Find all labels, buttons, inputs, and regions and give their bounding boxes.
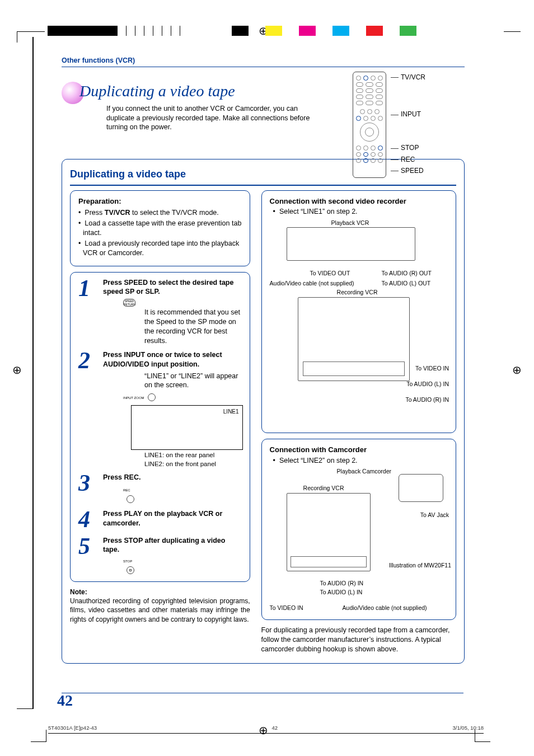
step-number: 1 bbox=[78, 278, 97, 346]
column-left: Preparation: Press TV/VCR to select the … bbox=[70, 190, 250, 654]
step: 5 Press STOP after duplicating a video t… bbox=[78, 536, 243, 575]
input-button-icon: INPUT ZOOM bbox=[123, 396, 144, 400]
stop-button-icon: STOP bbox=[123, 560, 132, 563]
note-text: Unauthorized recording of copyrighted te… bbox=[70, 597, 250, 624]
diag-label: To AUDIO (L) IN bbox=[406, 380, 449, 388]
step: 1 Press SPEED to select the desired tape… bbox=[78, 278, 243, 346]
diag-label: To AUDIO (L) IN bbox=[320, 588, 363, 596]
diag-label: To VIDEO OUT bbox=[310, 269, 350, 277]
diag-label: To AUDIO (R) IN bbox=[320, 579, 364, 587]
footer-center: 42 bbox=[272, 725, 278, 732]
remote-label: REC bbox=[401, 156, 415, 163]
remote-label: INPUT bbox=[401, 110, 421, 118]
button-circle-icon bbox=[127, 566, 134, 574]
caption: LINE1: on the rear panel bbox=[144, 451, 243, 460]
remote-callout: TV/VCR INPUT STOP REC SPEED bbox=[353, 72, 465, 178]
diag-label: To VIDEO IN bbox=[415, 364, 449, 372]
note-block: Note: Unauthorized recording of copyrigh… bbox=[70, 588, 250, 624]
step: 3 Press REC. REC bbox=[78, 473, 243, 504]
recording-vcr-icon bbox=[298, 297, 410, 381]
footer-right: 3/1/05, 10:18 bbox=[453, 725, 484, 732]
diag-label: Illustration of MW20F11 bbox=[389, 561, 451, 569]
speed-button-icon: SPEED RETURN bbox=[123, 299, 135, 307]
preparation-heading: Preparation: bbox=[78, 196, 243, 206]
step-sub: It is recommended that you set the Speed… bbox=[144, 308, 243, 346]
step-number: 3 bbox=[78, 473, 97, 504]
page-title: Duplicating a video tape bbox=[79, 81, 319, 102]
conn1-bullet: • Select “LINE1” on step 2. bbox=[273, 207, 449, 217]
diag-label: Playback Camcorder bbox=[337, 467, 391, 475]
main-procedure-box: Duplicating a video tape Preparation: Pr… bbox=[62, 159, 465, 664]
step-sub: “LINE1” or “LINE2” will appear on the sc… bbox=[144, 372, 243, 391]
step-lead: Press STOP after duplicating a video tap… bbox=[103, 537, 225, 554]
rec-button-icon: REC bbox=[123, 489, 130, 492]
prep-item: Load a previously recorded tape into the… bbox=[78, 239, 243, 258]
diag-label: Recording VCR bbox=[337, 288, 378, 296]
connection-diagram-camcorder: Playback Camcorder Recording VCR To AV J… bbox=[270, 467, 449, 613]
registration-mark-icon: ⊕ bbox=[12, 363, 22, 378]
diag-label: To AV Jack bbox=[420, 511, 449, 519]
content-area: Other functions (VCR) TV/VCR INPUT STOP bbox=[62, 56, 465, 664]
connection-camcorder-box: Connection with Camcorder • Select “LINE… bbox=[261, 439, 456, 620]
remote-labels: TV/VCR INPUT STOP REC SPEED bbox=[391, 72, 425, 176]
diag-label: Playback VCR bbox=[331, 219, 369, 227]
preparation-box: Preparation: Press TV/VCR to select the … bbox=[70, 190, 250, 266]
prep-item: Load a cassette tape with the erase prev… bbox=[78, 219, 243, 238]
recording-vcr-icon bbox=[287, 493, 371, 571]
conn2-bullet: • Select “LINE2” on step 2. bbox=[273, 456, 449, 466]
page-number: 42 bbox=[57, 690, 73, 711]
step: 2 Press INPUT once or twice to select AU… bbox=[78, 350, 243, 468]
button-circle-icon bbox=[127, 495, 134, 503]
diag-label: Recording VCR bbox=[303, 484, 344, 492]
prep-bold: TV/VCR bbox=[105, 209, 130, 217]
steps-box: 1 Press SPEED to select the desired tape… bbox=[70, 272, 250, 583]
step-number: 5 bbox=[78, 536, 97, 575]
diag-label: To VIDEO IN bbox=[270, 604, 303, 612]
note-heading: Note: bbox=[70, 588, 87, 596]
conn1-heading: Connection with second video recorder bbox=[270, 196, 449, 206]
trim-line bbox=[32, 37, 34, 708]
button-circle-icon bbox=[148, 393, 156, 401]
step-lead: Press REC. bbox=[103, 473, 140, 481]
registration-mark-icon: ⊕ bbox=[512, 363, 522, 378]
step-lead: Press PLAY on the playback VCR or camcor… bbox=[103, 510, 222, 527]
page: ⊕ ⊕ ⊕ Other functions (VCR) bbox=[0, 0, 534, 756]
section-label: Other functions (VCR) bbox=[62, 56, 465, 65]
prep-item: Press TV/VCR to select the TV/VCR mode. bbox=[78, 208, 243, 218]
step: 4 Press PLAY on the playback VCR or camc… bbox=[78, 509, 243, 530]
color-bars bbox=[232, 26, 416, 36]
step-lead: Press INPUT once or twice to select AUDI… bbox=[103, 351, 222, 368]
camcorder-icon bbox=[399, 474, 443, 502]
column-right: Connection with second video recorder • … bbox=[261, 190, 456, 654]
footer-left: 5T40301A [E]p42-43 bbox=[48, 725, 97, 732]
diag-label: Audio/Video cable (not supplied) bbox=[343, 604, 427, 612]
remote-label: TV/VCR bbox=[401, 73, 425, 81]
remote-icon bbox=[353, 72, 386, 178]
remote-label: SPEED bbox=[401, 167, 424, 175]
intro-text: If you connect the unit to another VCR o… bbox=[106, 104, 319, 133]
connection-vcr-box: Connection with second video recorder • … bbox=[261, 190, 456, 433]
page-rule bbox=[62, 693, 463, 693]
conn2-paragraph: For duplicating a previously recorded ta… bbox=[261, 626, 456, 654]
playback-vcr-icon bbox=[287, 227, 415, 261]
diag-label: To AUDIO (R) IN bbox=[405, 396, 449, 403]
crop-marks: ⊕ bbox=[0, 26, 534, 37]
connection-diagram-vcr: Playback VCR To VIDEO OUT To AUDIO (R) O… bbox=[270, 219, 449, 426]
conn2-heading: Connection with Camcorder bbox=[270, 445, 449, 455]
diag-label: To AUDIO (L) OUT bbox=[382, 279, 431, 287]
osd-text: LINE1 bbox=[223, 408, 239, 416]
step-lead: Press SPEED to select the desired tape s… bbox=[103, 279, 233, 296]
registration-mark-icon: ⊕ bbox=[259, 723, 268, 738]
step-number: 2 bbox=[78, 350, 97, 468]
caption: LINE2: on the front panel bbox=[144, 460, 243, 469]
step-number: 4 bbox=[78, 509, 97, 530]
tv-screen-illustration: LINE1 bbox=[131, 405, 243, 450]
remote-label: STOP bbox=[401, 144, 419, 152]
diag-label: Audio/Video cable (not supplied) bbox=[270, 279, 354, 287]
diag-label: To AUDIO (R) OUT bbox=[382, 269, 432, 277]
